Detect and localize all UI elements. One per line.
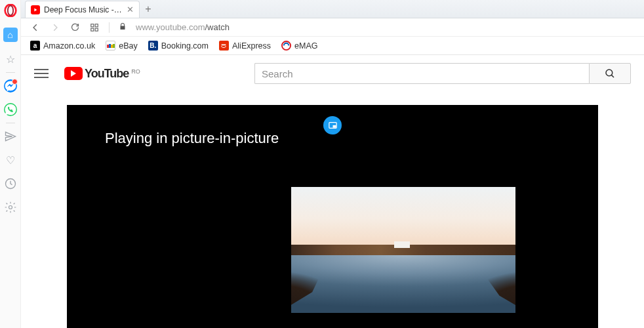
bookmark-ebay[interactable]: eBay — [106, 41, 138, 51]
separator — [109, 22, 110, 33]
bookmarks-bar: a Amazon.co.uk eBay B. Booking.com AliEx… — [21, 37, 644, 55]
youtube-header: YouTube RO — [21, 55, 644, 92]
separator — [6, 123, 15, 123]
opera-logo-icon[interactable] — [4, 4, 17, 17]
youtube-play-icon — [64, 67, 83, 80]
bookmark-outline-icon[interactable]: ☆ — [4, 52, 17, 66]
svg-rect-13 — [332, 125, 336, 127]
browser-tab[interactable]: Deep Focus Music - 3 Hou ✕ — [25, 1, 140, 18]
youtube-country-code: RO — [131, 68, 140, 75]
heart-outline-icon[interactable]: ♡ — [4, 154, 17, 167]
svg-rect-8 — [95, 28, 98, 31]
amazon-favicon-icon: a — [30, 41, 40, 51]
history-icon[interactable] — [4, 177, 17, 190]
ebay-favicon-icon — [106, 41, 115, 51]
settings-gear-icon[interactable] — [4, 201, 17, 214]
tab-strip: Deep Focus Music - 3 Hou ✕ + — [21, 0, 644, 18]
bookmark-label: eMAG — [294, 41, 317, 51]
svg-marker-4 — [34, 8, 37, 11]
youtube-favicon-icon — [31, 5, 40, 14]
bookmark-label: eBay — [119, 41, 138, 51]
speed-dial-icon[interactable] — [89, 22, 100, 33]
lock-icon[interactable] — [119, 22, 127, 33]
bookmark-label: AliExpress — [232, 41, 271, 51]
bookmark-label: Amazon.co.uk — [43, 41, 95, 51]
bookmark-label: Booking.com — [161, 41, 209, 51]
url-display[interactable]: www.youtube.com/watch — [136, 22, 230, 32]
search-button[interactable] — [589, 63, 631, 84]
separator — [6, 72, 15, 73]
youtube-logo[interactable]: YouTube RO — [64, 67, 140, 81]
emag-favicon-icon — [281, 41, 291, 51]
send-icon[interactable] — [4, 130, 17, 143]
search-input[interactable] — [254, 63, 589, 84]
svg-line-11 — [611, 75, 614, 77]
tab-title: Deep Focus Music - 3 Hou — [44, 5, 123, 14]
bookmark-emag[interactable]: eMAG — [281, 41, 317, 51]
aliexpress-favicon-icon — [219, 41, 229, 51]
pip-badge-icon[interactable] — [323, 116, 342, 134]
forward-button — [50, 22, 60, 33]
svg-rect-7 — [91, 28, 94, 31]
address-bar: www.youtube.com/watch — [21, 18, 644, 37]
svg-point-10 — [606, 70, 613, 76]
pip-video-thumbnail[interactable] — [291, 187, 515, 313]
back-button[interactable] — [30, 22, 41, 33]
opera-sidebar: ⌂ ☆ ♡ — [0, 0, 21, 328]
menu-button[interactable] — [34, 69, 49, 78]
search-container — [254, 63, 631, 84]
svg-point-1 — [7, 6, 12, 16]
messenger-icon[interactable] — [4, 79, 17, 92]
bookmark-aliexpress[interactable]: AliExpress — [219, 41, 271, 51]
svg-point-3 — [9, 206, 12, 209]
booking-favicon-icon: B. — [148, 41, 158, 51]
url-host: www.youtube.com — [136, 22, 205, 32]
svg-point-0 — [5, 5, 16, 16]
new-tab-button[interactable]: + — [140, 1, 157, 18]
pip-message: Playing in picture-in-picture — [105, 130, 279, 147]
svg-rect-5 — [91, 24, 94, 26]
url-path: /watch — [205, 22, 230, 32]
whatsapp-icon[interactable] — [4, 103, 17, 116]
youtube-wordmark: YouTube — [85, 67, 129, 81]
bookmark-booking[interactable]: B. Booking.com — [148, 41, 209, 51]
close-tab-icon[interactable]: ✕ — [127, 5, 134, 14]
reload-button[interactable] — [70, 22, 80, 33]
bookmark-amazon[interactable]: a Amazon.co.uk — [30, 41, 95, 51]
home-icon[interactable]: ⌂ — [3, 28, 18, 42]
svg-rect-6 — [95, 24, 98, 26]
